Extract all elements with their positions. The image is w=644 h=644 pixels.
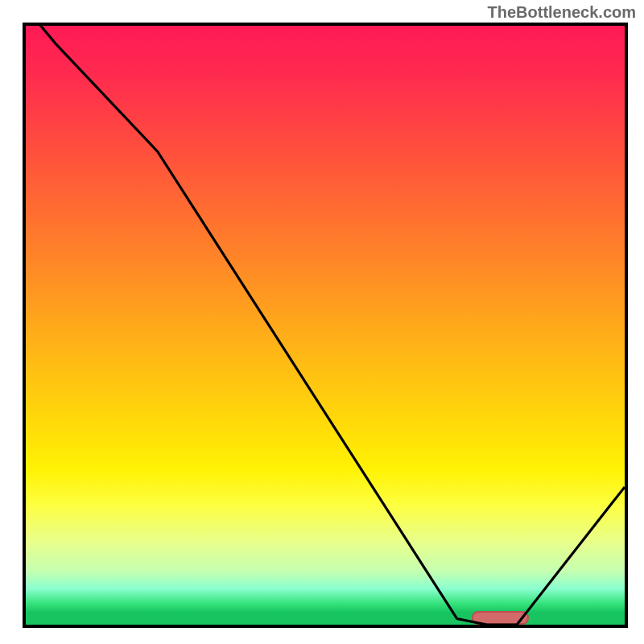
chart-container: TheBottleneck.com [0,0,644,644]
attribution-text: TheBottleneck.com [488,3,636,22]
plot-inner [26,26,625,625]
bottleneck-curve [26,26,625,625]
plot-frame [23,23,628,628]
